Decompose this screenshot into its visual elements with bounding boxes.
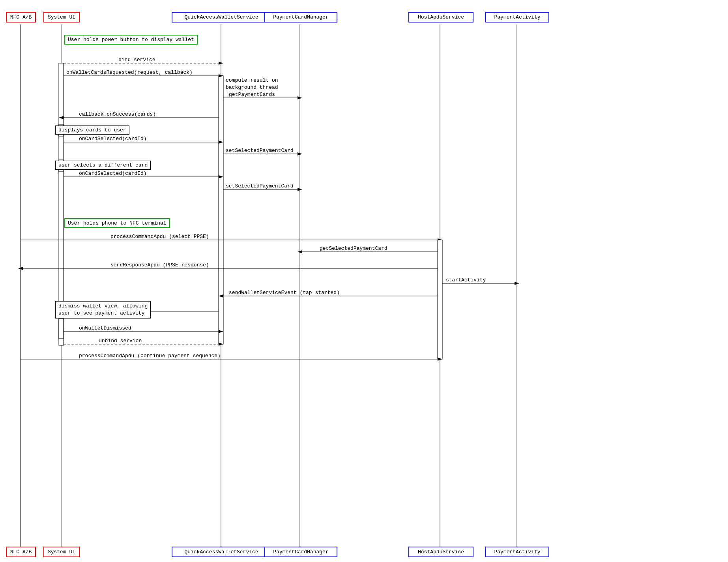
svg-text:sendResponseApdu (PPSE respons: sendResponseApdu (PPSE response) — [110, 262, 209, 268]
svg-marker-18 — [59, 116, 64, 119]
svg-text:onWalletDismissed: onWalletDismissed — [79, 325, 131, 331]
svg-text:onCardSelected(cardId): onCardSelected(cardId) — [79, 170, 147, 176]
sequence-diagram: bind service onWalletCardsRequested(requ… — [0, 0, 728, 562]
actor-nfc-bottom: NFC A/B — [6, 547, 36, 557]
note-power-button: User holds power button to display walle… — [64, 35, 198, 45]
actor-qaws-bottom: QuickAccessWalletService — [172, 547, 271, 557]
svg-text:setSelectedPaymentCard: setSelectedPaymentCard — [226, 148, 294, 154]
svg-text:getSelectedPaymentCard: getSelectedPaymentCard — [320, 245, 387, 251]
actor-qaws-top: QuickAccessWalletService — [172, 12, 271, 22]
diagram-svg: bind service onWalletCardsRequested(requ… — [0, 0, 728, 562]
svg-marker-32 — [298, 188, 302, 191]
actor-pa-top: PaymentActivity — [485, 12, 549, 22]
svg-text:onWalletCardsRequested(request: onWalletCardsRequested(request, callback… — [66, 69, 193, 75]
svg-marker-35 — [438, 238, 442, 242]
svg-marker-9 — [219, 62, 223, 65]
svg-rect-37 — [438, 240, 442, 359]
svg-rect-53 — [59, 319, 64, 339]
svg-marker-29 — [219, 175, 223, 178]
svg-text:onCardSelected(cardId): onCardSelected(cardId) — [79, 136, 147, 142]
svg-text:callback.onSuccess(cards): callback.onSuccess(cards) — [79, 111, 156, 117]
svg-text:processCommandApdu (continue p: processCommandApdu (continue payment seq… — [79, 353, 221, 359]
actor-pa-bottom: PaymentActivity — [485, 547, 549, 557]
svg-rect-7 — [219, 76, 223, 344]
actor-nfc-top: NFC A/B — [6, 12, 36, 22]
svg-marker-45 — [515, 282, 519, 285]
svg-text:unbind service: unbind service — [99, 338, 142, 344]
note-displays-cards: displays cards to user — [55, 126, 129, 135]
note-user-selects: user selects a different card — [55, 161, 151, 170]
svg-text:sendWalletServiceEvent (tap st: sendWalletServiceEvent (tap started) — [229, 290, 340, 296]
svg-marker-22 — [219, 140, 223, 144]
actor-pcm-bottom: PaymentCardManager — [264, 547, 337, 557]
svg-marker-12 — [219, 74, 223, 77]
svg-marker-15 — [298, 96, 302, 99]
actor-has-top: HostApduService — [408, 12, 473, 22]
svg-text:processCommandApdu (select PPS: processCommandApdu (select PPSE) — [110, 234, 209, 240]
svg-text:setSelectedPaymentCard: setSelectedPaymentCard — [226, 183, 294, 189]
svg-marker-55 — [219, 330, 223, 333]
actor-systemui-top: System UI — [43, 12, 80, 22]
svg-marker-61 — [438, 358, 442, 361]
svg-marker-42 — [18, 267, 23, 270]
actor-pcm-top: PaymentCardManager — [264, 12, 337, 22]
svg-text:getPaymentCards: getPaymentCards — [229, 92, 275, 97]
svg-marker-39 — [298, 250, 302, 253]
svg-text:startActivity: startActivity — [446, 277, 486, 283]
svg-text:bind service: bind service — [118, 57, 155, 63]
note-nfc-terminal: User holds phone to NFC terminal — [64, 218, 170, 228]
note-compute-bg: compute result on background thread — [226, 77, 278, 91]
svg-marker-25 — [298, 152, 302, 155]
note-dismiss-wallet: dismiss wallet view, allowing user to se… — [55, 301, 151, 318]
svg-marker-48 — [219, 294, 223, 298]
actor-systemui-bottom: System UI — [43, 547, 80, 557]
actor-has-bottom: HostApduService — [408, 547, 473, 557]
svg-marker-58 — [219, 343, 223, 346]
